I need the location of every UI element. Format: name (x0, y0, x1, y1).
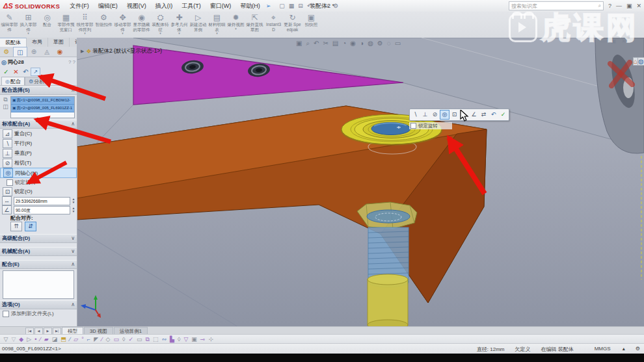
options-icon[interactable]: ⚙ (333, 3, 338, 9)
assembly-features-button[interactable]: ⛭装配体特征▾ (152, 13, 169, 34)
explode-line-sketch-button[interactable]: ⇱爆炸直线草图 (246, 13, 263, 32)
filter-ok-icon[interactable]: ✓ (128, 336, 133, 343)
distance-mate-icon[interactable]: ↔ (459, 110, 469, 120)
select-arrow-icon[interactable]: ▷ (27, 336, 31, 343)
filter-routing-icon[interactable]: ∾ (161, 336, 167, 343)
tab-sketch[interactable]: 草图 (48, 38, 70, 47)
add-to-new-folder-row[interactable]: 添加到新文件夹(L) (0, 309, 77, 318)
view-settings-icon[interactable]: ⚙ (377, 40, 383, 47)
restore-button[interactable]: ▣ (626, 3, 632, 9)
apply-scene-icon[interactable]: ◍ (368, 40, 373, 47)
status-units[interactable]: MMGS ▴ (584, 346, 625, 353)
help-icons[interactable]: ? ? (68, 59, 75, 65)
redo-icon[interactable]: ↷ (315, 3, 321, 9)
concentric-mate-button[interactable]: ◎ 同轴心(N) (0, 168, 77, 178)
next-tab-button[interactable]: ▶ (44, 328, 52, 335)
filter-weld-icon[interactable]: ⧉ (146, 336, 150, 343)
propertymanager-tab[interactable]: ◫ (13, 47, 27, 57)
smart-fasteners-button[interactable]: ⚙智能扣件 (95, 13, 113, 27)
doc-minimize-button[interactable]: — (601, 38, 606, 44)
graphics-area[interactable] (77, 38, 644, 326)
flyout-feature-tree[interactable]: ▶ ❖ 装配体2 (默认<显示状态-1>) (81, 47, 162, 55)
menu-file[interactable]: 文件(F) (65, 2, 94, 10)
filter-solid-icon[interactable]: ⬒ (60, 336, 66, 343)
dropdown-caret-icon[interactable]: ▾ (114, 32, 131, 34)
add-to-new-folder-checkbox[interactable] (3, 311, 9, 317)
mates-list[interactable] (3, 270, 74, 299)
context-lock-rotation-checkbox[interactable] (410, 123, 416, 129)
zoom-area-icon[interactable]: ⌕ (306, 40, 310, 47)
new-document-icon[interactable]: ▢ (279, 3, 285, 9)
linear-component-pattern-button[interactable]: ⠿线性零部件阵列▾ (76, 13, 94, 34)
filter-mesh-icon[interactable]: ▽ (183, 336, 188, 343)
filter-surface-icon[interactable]: ◪ (52, 336, 58, 343)
reference-geometry-button[interactable]: ✚参考几何体▾ (170, 13, 188, 34)
distance-icon[interactable]: ↔ (2, 196, 12, 205)
filter-annotation-icon[interactable]: ◊ (122, 336, 125, 343)
save-icon[interactable]: ▦ (289, 3, 295, 9)
edit-appearance-icon[interactable]: ◑ (360, 40, 364, 47)
undo-icon[interactable]: ↶ (489, 110, 498, 120)
instant3d-button[interactable]: ⌖Instant3D (265, 13, 282, 32)
view-orientation-icon[interactable]: ▤ (332, 40, 338, 47)
filter-midpoint-icon[interactable]: ∕ (101, 336, 103, 343)
filter-dimension-icon[interactable]: ▭ (113, 336, 119, 343)
tab-layout[interactable]: 布局 (27, 38, 48, 47)
component-preview-window-button[interactable]: ▦零部件预览窗口 (57, 13, 75, 32)
doc-close-button[interactable]: ✕ (621, 38, 626, 44)
display-style-icon[interactable]: ◔ (342, 40, 346, 47)
anti-aligned-toggle[interactable]: ⇵ (25, 222, 36, 231)
assembly-tree-label[interactable]: 装配体2 (默认<显示状态-1>) (92, 47, 162, 55)
aligned-toggle[interactable]: ⇈ (10, 222, 22, 231)
distance-spinner[interactable]: ▲▼ (71, 198, 76, 204)
featuremanager-tab[interactable]: ⚙ (0, 47, 13, 57)
undo-button[interactable]: ↶ (21, 68, 31, 75)
exploded-view-button[interactable]: ✹爆炸视图▾ (227, 13, 245, 30)
prev-tab-button[interactable]: ◀ (34, 328, 43, 335)
collapse-chevron-icon[interactable]: ∧ (71, 86, 75, 94)
perpendicular-mate-icon[interactable]: ⊥ (420, 110, 430, 120)
hide-show-items-icon[interactable]: ◉ (350, 40, 356, 47)
dropdown-caret-icon[interactable]: ▾ (208, 32, 226, 34)
move-component-button[interactable]: ✥移动零部件▾ (114, 13, 131, 34)
search-input[interactable]: 搜索知识库 ⌕ (509, 1, 604, 10)
filter-note-icon[interactable]: ▭ (137, 336, 142, 343)
bill-of-materials-button[interactable]: ▤材料明细表▾ (208, 13, 226, 34)
lock-rotation-row[interactable]: 锁定旋转 (0, 178, 77, 187)
update-speedpak-button[interactable]: ↻更新 Speedpak (284, 13, 301, 32)
home-tab-icon[interactable]: ⌂ (633, 57, 637, 66)
tab-assembly[interactable]: 装配体 (0, 38, 27, 47)
filter-edges-icon[interactable]: ∕ (40, 336, 41, 343)
filter-plane-icon[interactable]: ▱ (74, 336, 78, 343)
lock-rotation-checkbox[interactable] (7, 179, 13, 186)
angle-mate-icon[interactable]: ∠ (469, 110, 479, 120)
minimize-button[interactable]: — (616, 3, 622, 9)
dropdown-caret-icon[interactable]: ▾ (76, 32, 94, 34)
attach-icon[interactable]: ⌲ (325, 3, 329, 10)
solidworks-resources-icon[interactable]: ◍ (637, 57, 644, 66)
show-hidden-components-button[interactable]: ◉显示隐藏的零部件 (133, 13, 150, 32)
menu-help[interactable]: 帮助(H) (235, 2, 265, 10)
dropdown-caret-icon[interactable]: ▾ (227, 27, 245, 30)
cancel-button[interactable]: ✕ (11, 68, 21, 75)
flip-alignment-icon[interactable]: ⇄ (479, 110, 489, 120)
new-motion-study-button[interactable]: ▷新建运动算例 (189, 13, 207, 32)
filter-datum-icon[interactable]: ⬚ (153, 336, 159, 343)
keep-visible-button[interactable]: ↗ (31, 68, 40, 76)
mate-selections-list[interactable]: ▣面<1>@0098_011_FCBDW12- ▣面<2>@0098_005_F… (10, 96, 75, 118)
filter-sketch-segment-icon[interactable]: ◤ (94, 336, 98, 343)
mates-list-header[interactable]: 配合(E)∧ (0, 260, 77, 269)
doc-restore-button[interactable]: ▣ (611, 38, 617, 44)
dropdown-caret-icon[interactable]: ▾ (20, 32, 37, 34)
zoom-fit-icon[interactable]: ▣ (296, 40, 302, 47)
dropdown-caret-icon[interactable]: ▾ (170, 32, 188, 34)
undo-icon[interactable]: ↶ (307, 3, 312, 9)
first-tab-button[interactable]: |◀ (25, 328, 34, 335)
last-tab-button[interactable]: ▶| (53, 328, 61, 335)
distance-input[interactable]: 29.53962668mm (14, 197, 70, 205)
tangent-mate-button[interactable]: ⊘ 相切(T) (0, 158, 77, 168)
coincident-mate-button[interactable]: ⊿ 重合(C) (0, 129, 77, 138)
clear-filters-icon[interactable]: ▽ (11, 336, 16, 343)
angle-input[interactable]: 90.00度 (14, 206, 70, 214)
help-button[interactable]: ? (608, 3, 611, 9)
